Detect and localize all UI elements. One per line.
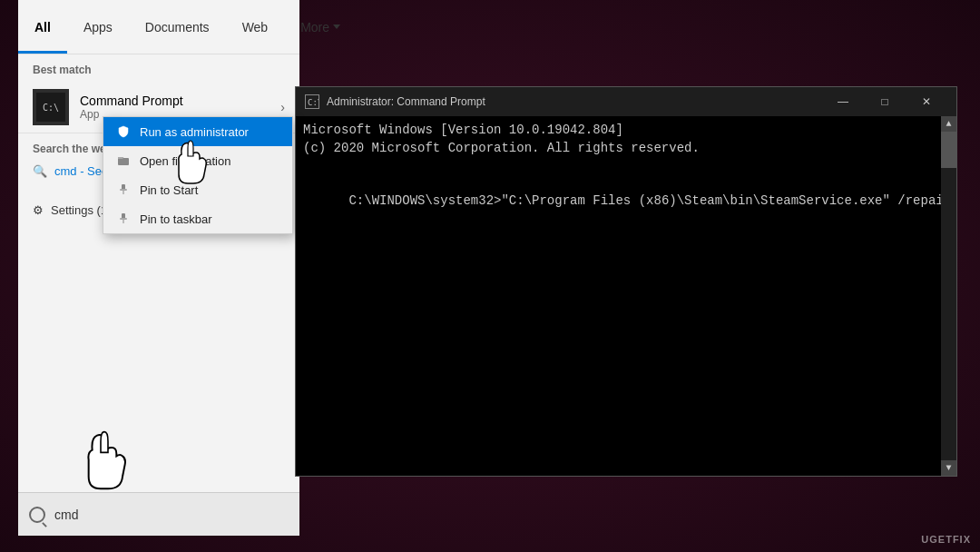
cmd-close-button[interactable]: ✕ <box>906 87 947 116</box>
best-match-label: Best match <box>18 54 299 82</box>
cmd-icon: C:\ <box>36 93 65 122</box>
scrollbar-thumb[interactable] <box>941 132 956 168</box>
tab-apps[interactable]: Apps <box>67 0 129 54</box>
cmd-scrollbar[interactable]: ▲ ▼ <box>941 116 956 476</box>
cmd-line-3 <box>303 157 949 175</box>
context-menu-run-as-admin[interactable]: Run as administrator <box>103 117 292 146</box>
shield-icon <box>116 124 131 139</box>
scrollbar-up-arrow[interactable]: ▲ <box>941 116 956 132</box>
scrollbar-down-arrow[interactable]: ▼ <box>941 460 956 476</box>
context-menu-pin-to-start[interactable]: Pin to Start <box>103 175 292 204</box>
cmd-line-4: C:\WINDOWS\system32>"C:\Program Files (x… <box>303 175 949 229</box>
search-web-icon: 🔍 <box>33 164 47 178</box>
start-nav: All Apps Documents Web More <box>18 0 299 54</box>
tab-web[interactable]: Web <box>226 0 285 54</box>
cmd-line-1: Microsoft Windows [Version 10.0.19042.80… <box>303 122 949 140</box>
app-icon: C:\ <box>33 89 69 125</box>
watermark: UGETFIX <box>921 534 971 545</box>
cmd-maximize-button[interactable]: □ <box>864 87 906 116</box>
context-menu-pin-to-taskbar[interactable]: Pin to taskbar <box>103 204 292 233</box>
svg-rect-6 <box>120 218 127 220</box>
search-input-value[interactable]: cmd <box>54 508 78 522</box>
cmd-titlebar-icon: C:\ <box>305 94 319 109</box>
pin-to-start-label: Pin to Start <box>140 183 198 197</box>
tab-more[interactable]: More <box>284 0 357 54</box>
cmd-line-2: (c) 2020 Microsoft Corporation. All righ… <box>303 140 949 158</box>
tab-all[interactable]: All <box>18 0 67 54</box>
cmd-title: Administrator: Command Prompt <box>327 95 822 108</box>
svg-rect-5 <box>123 220 124 223</box>
context-menu-open-file-location[interactable]: Open file location <box>103 146 292 175</box>
chevron-down-icon <box>333 25 340 29</box>
svg-text:C:\: C:\ <box>308 98 318 107</box>
search-icon <box>29 507 45 523</box>
settings-icon: ⚙ <box>33 203 44 217</box>
cmd-titlebar-controls: — □ ✕ <box>822 87 947 116</box>
scrollbar-track <box>941 132 956 460</box>
open-file-location-label: Open file location <box>140 154 230 168</box>
pin-start-icon <box>116 182 131 197</box>
cmd-body: Microsoft Windows [Version 10.0.19042.80… <box>296 116 956 476</box>
app-name: Command Prompt <box>80 94 280 108</box>
app-arrow: › <box>280 100 285 114</box>
pin-to-taskbar-label: Pin to taskbar <box>140 212 212 226</box>
svg-rect-3 <box>120 189 127 191</box>
svg-rect-2 <box>123 191 124 194</box>
run-as-admin-label: Run as administrator <box>140 125 249 139</box>
context-menu: Run as administrator Open file location … <box>103 116 293 234</box>
cmd-titlebar: C:\ Administrator: Command Prompt — □ ✕ <box>296 87 956 116</box>
pin-taskbar-icon <box>116 212 131 226</box>
tab-documents[interactable]: Documents <box>129 0 226 54</box>
start-menu: All Apps Documents Web More Best match C… <box>18 0 299 536</box>
start-search-bar: cmd <box>18 492 299 536</box>
svg-rect-0 <box>118 158 129 165</box>
cmd-window: C:\ Administrator: Command Prompt — □ ✕ … <box>295 86 957 477</box>
cmd-minimize-button[interactable]: — <box>822 87 864 116</box>
folder-icon <box>116 153 131 168</box>
settings-item-left: ⚙ Settings (1) <box>33 203 111 217</box>
